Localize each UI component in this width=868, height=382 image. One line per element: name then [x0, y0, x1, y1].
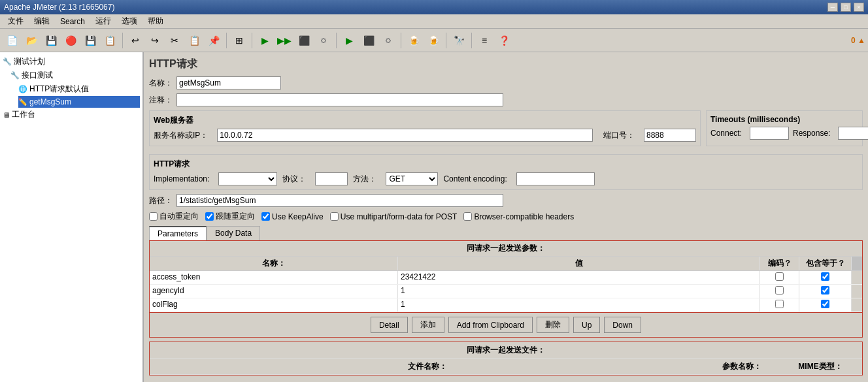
web-server-title: Web服务器 [154, 115, 696, 126]
tabs-bar: Parameters Body Data [149, 226, 863, 240]
col-encode: 编码？ [760, 257, 799, 270]
test-plan-icon: 🔧 [3, 57, 12, 66]
tree-item-test-plan-label: 测试计划 [14, 56, 45, 67]
menu-help[interactable]: 帮助 [142, 14, 169, 28]
tb-stop-button[interactable]: ⬛ [295, 31, 313, 50]
tb-search-button[interactable]: 🔭 [450, 31, 468, 50]
row2-encode[interactable] [760, 285, 799, 298]
connect-input[interactable] [750, 127, 789, 140]
delete-button[interactable]: 删除 [537, 317, 569, 333]
tree-item-interface-test[interactable]: 🔧 接口测试 [10, 69, 140, 82]
tab-body-data[interactable]: Body Data [207, 226, 260, 240]
auto-redirect-checkbox[interactable]: 自动重定向 [149, 211, 199, 222]
up-button[interactable]: Up [573, 317, 600, 333]
menu-run[interactable]: 运行 [90, 14, 116, 28]
tree-item-http-default[interactable]: 🌐 HTTP请求默认值 [18, 82, 140, 96]
interface-test-icon: 🔧 [10, 71, 20, 80]
port-input[interactable] [644, 129, 696, 142]
tb-remote-play-button[interactable]: ▶ [340, 31, 358, 50]
row2-include[interactable] [799, 285, 852, 298]
tab-parameters[interactable]: Parameters [149, 226, 207, 240]
minimize-button[interactable]: ─ [827, 3, 838, 12]
server-label: 服务名称或IP： [154, 130, 208, 141]
tb-undo-button[interactable]: ↩ [126, 31, 144, 50]
method-select[interactable]: GET POST PUT DELETE [386, 172, 438, 185]
row1-encode[interactable] [760, 271, 799, 284]
tb-clear-all-button[interactable]: 🍺 [424, 31, 442, 50]
params-buttons: Detail 添加 Add from Clipboard 删除 Up Down [150, 312, 862, 337]
row3-encode[interactable] [760, 298, 799, 311]
tb-save2-button[interactable]: 💾 [81, 31, 99, 50]
tb-shutdown-button[interactable]: ⭘ [314, 31, 333, 50]
tree-item-workbench[interactable]: 🖥 工作台 [3, 108, 140, 121]
tb-play-no-pause-button[interactable]: ▶▶ [275, 31, 293, 50]
name-input[interactable] [176, 76, 281, 89]
toolbar-separator-5 [401, 33, 401, 48]
row2-name: agencyId [150, 285, 398, 298]
toolbar-separator-3 [252, 33, 252, 48]
tb-save-button[interactable]: 💾 [42, 31, 60, 50]
implementation-select[interactable] [218, 172, 277, 185]
toolbar: 📄 📂 💾 🔴 💾 📋 ↩ ↪ ✂ 📋 📌 ⊞ ▶ ▶▶ ⬛ ⭘ ▶ ⬛ ⭘ 🍺… [0, 29, 868, 52]
port-label: 端口号： [603, 130, 635, 141]
add-from-clipboard-button[interactable]: Add from Clipboard [448, 317, 533, 333]
detail-button[interactable]: Detail [371, 317, 408, 333]
menu-file[interactable]: 文件 [3, 14, 29, 28]
tb-paste-button[interactable]: 📌 [205, 31, 223, 50]
protocol-input[interactable] [315, 172, 348, 185]
path-input[interactable] [176, 194, 503, 207]
tree-item-workbench-label: 工作台 [12, 109, 35, 120]
toolbar-separator-4 [336, 33, 337, 48]
panel-title: HTTP请求 [149, 57, 863, 71]
params-header: 名称： 值 编码？ 包含等于？ [150, 257, 862, 271]
down-button[interactable]: Down [604, 317, 641, 333]
content-encoding-input[interactable] [516, 172, 595, 185]
tb-open-button[interactable]: 📂 [22, 31, 41, 50]
response-label: Response: [793, 129, 830, 138]
tree-item-get-msg-sum[interactable]: ✏️ getMsgSum [18, 96, 140, 108]
add-button[interactable]: 添加 [412, 317, 444, 333]
title-bar-controls[interactable]: ─ □ × [827, 3, 864, 12]
table-row: colFlag 1 [150, 298, 862, 312]
tree-item-test-plan[interactable]: 🔧 测试计划 [3, 55, 140, 69]
tb-remote-shutdown-button[interactable]: ⭘ [379, 31, 397, 50]
server-input[interactable] [217, 129, 593, 142]
menu-edit[interactable]: 编辑 [29, 14, 55, 28]
tb-redo-button[interactable]: ↪ [146, 31, 164, 50]
server-row: 服务名称或IP： 端口号： [154, 129, 696, 142]
main-layout: 🔧 测试计划 🔧 接口测试 🌐 HTTP请求默认值 ✏️ getMsgSum 🖥… [0, 52, 868, 382]
tb-copy-button[interactable]: 📋 [185, 31, 203, 50]
http-request-section: HTTP请求 Implementation: 协议： 方法： GET POST … [149, 154, 863, 190]
row3-include[interactable] [799, 298, 852, 311]
tb-shazam-button[interactable]: 🔴 [61, 31, 80, 50]
tb-play-button[interactable]: ▶ [256, 31, 274, 50]
tree-item-get-msg-sum-label: getMsgSum [29, 97, 71, 106]
path-label: 路径： [149, 195, 173, 206]
response-input[interactable] [838, 127, 868, 140]
comment-input[interactable] [176, 93, 503, 106]
table-row: access_token 23421422 [150, 271, 862, 285]
tb-template-button[interactable]: ≡ [475, 31, 493, 50]
http-default-icon: 🌐 [18, 85, 27, 93]
tb-help-button[interactable]: ❓ [495, 31, 513, 50]
http-section-title: HTTP请求 [154, 159, 858, 170]
follow-redirect-checkbox[interactable]: 跟随重定向 [205, 211, 255, 222]
tb-revert-button[interactable]: 📋 [101, 31, 119, 50]
tb-cut-button[interactable]: ✂ [165, 31, 184, 50]
tb-new-button[interactable]: 📄 [3, 31, 21, 50]
row1-include[interactable] [799, 271, 852, 284]
menu-options[interactable]: 选项 [116, 14, 142, 28]
tb-remote-stop-button[interactable]: ⬛ [359, 31, 378, 50]
maximize-button[interactable]: □ [841, 3, 851, 12]
row2-scroll [852, 285, 862, 298]
content-encoding-label: Content encoding: [443, 174, 507, 183]
browser-headers-checkbox[interactable]: Browser-compatible headers [463, 212, 574, 221]
close-button[interactable]: × [854, 3, 864, 12]
tb-clear-button[interactable]: 🍺 [405, 31, 423, 50]
menu-search[interactable]: Search [55, 16, 90, 27]
tb-expand-button[interactable]: ⊞ [230, 31, 248, 50]
get-msg-sum-icon: ✏️ [18, 98, 27, 106]
multipart-checkbox[interactable]: Use multipart/form-data for POST [330, 212, 458, 221]
col-name: 名称： [150, 257, 398, 270]
use-keepalive-checkbox[interactable]: Use KeepAlive [261, 212, 324, 221]
